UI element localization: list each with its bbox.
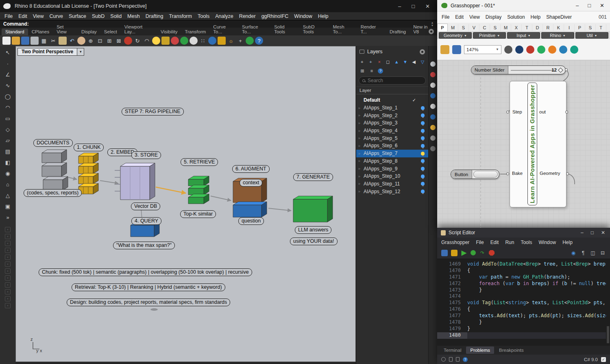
- category-button-util[interactable]: Util▼: [575, 32, 608, 39]
- tool-curve-icon[interactable]: ∿: [3, 81, 12, 89]
- layer-visibility-bulb-icon[interactable]: [421, 167, 425, 170]
- panel-toggle-icon[interactable]: ▫: [5, 303, 11, 308]
- menu-item-analyze[interactable]: Analyze: [212, 13, 236, 19]
- delete-layer-icon[interactable]: ×: [377, 59, 382, 65]
- category-button-primitive[interactable]: Primitive▼: [473, 32, 506, 39]
- layers-help-icon[interactable]: ?: [378, 68, 383, 74]
- open-definition-icon[interactable]: [440, 45, 449, 54]
- layer-row-aiapps-step-7[interactable]: ▹AIApps_Step_7: [356, 150, 428, 157]
- open-file-icon[interactable]: [456, 357, 460, 362]
- code-line-1472[interactable]: 1472 foreach (var b in breps) if (b != n…: [437, 281, 610, 287]
- toolbar-icon-undo-icon[interactable]: ↶: [68, 37, 76, 45]
- minimize-icon[interactable]: –: [581, 230, 584, 235]
- layer-visibility-bulb-icon[interactable]: [421, 152, 425, 155]
- expand-caret-icon[interactable]: ▹: [359, 152, 363, 155]
- gh-menu-item-help[interactable]: Help: [528, 14, 544, 20]
- panel-tab-context-help-icon[interactable]: [430, 83, 436, 88]
- port-step[interactable]: Step: [512, 109, 522, 114]
- toolbar-icon-gumball-icon[interactable]: +: [236, 37, 244, 45]
- tool-circle-icon[interactable]: ◯: [3, 92, 12, 100]
- layer-visibility-bulb-icon[interactable]: [421, 121, 425, 125]
- palette-tab-s-2[interactable]: S: [458, 24, 469, 31]
- vertical-text-component[interactable]: Learn AI-Powered Apps in Grasshopper: [527, 83, 537, 205]
- toolbar-icon-rotate-view-icon[interactable]: ↻: [133, 37, 142, 45]
- code-line-1470[interactable]: 1470{: [437, 268, 610, 274]
- word-wrap-icon[interactable]: ¶: [580, 250, 586, 256]
- toolbar-icon-sphere-blue-icon[interactable]: [208, 37, 216, 45]
- se-menu-item-window[interactable]: Window: [535, 240, 559, 245]
- palette-tab-p-0[interactable]: P: [437, 24, 448, 31]
- se-menu-item-file[interactable]: File: [473, 240, 487, 245]
- tool-plane-icon[interactable]: ▱: [3, 136, 12, 144]
- maximize-icon[interactable]: □: [588, 2, 591, 9]
- code-line-1480[interactable]: 1480: [437, 332, 610, 339]
- viewport-title-tab[interactable]: Two Point Perspective: [17, 48, 77, 56]
- grasshopper-canvas[interactable]: Number Slider 12 Learn AI-Powered Apps i…: [437, 60, 610, 228]
- toolbar-icon-cut-icon[interactable]: ✂: [49, 37, 57, 45]
- collapse-icon[interactable]: ◀: [411, 59, 417, 65]
- expand-caret-icon[interactable]: ▹: [359, 159, 363, 163]
- move-up-icon[interactable]: ▲: [394, 59, 399, 65]
- split-rows-icon[interactable]: ⊟: [599, 250, 606, 256]
- step-icon[interactable]: ↷: [479, 250, 486, 256]
- layer-visibility-bulb-icon[interactable]: [421, 174, 425, 178]
- layer-row-aiapps-step-1[interactable]: ▹AIApps_Step_1: [356, 104, 428, 112]
- tool-box-icon[interactable]: ◇: [3, 125, 12, 133]
- input-nub[interactable]: [506, 111, 509, 113]
- layer-row-default[interactable]: Default✓: [356, 96, 428, 104]
- tool-mesh-icon[interactable]: △: [3, 191, 12, 199]
- close-icon[interactable]: ✕: [425, 3, 430, 9]
- expand-caret-icon[interactable]: ▹: [359, 190, 363, 193]
- tool-extrude-icon[interactable]: ◧: [3, 158, 12, 166]
- menu-item-ggrhinoifc[interactable]: ggRhinoIFC: [259, 13, 292, 19]
- panel-toggle-icon[interactable]: ▫: [5, 241, 11, 246]
- toolbar-tab-subd-tools[interactable]: SubD Tools: [299, 24, 329, 35]
- palette-tab-t-15[interactable]: T: [596, 24, 606, 31]
- menu-item-help[interactable]: Help: [315, 13, 331, 19]
- search-input[interactable]: [368, 78, 422, 83]
- layer-visibility-bulb-icon[interactable]: [421, 136, 425, 140]
- menu-item-edit[interactable]: Edit: [15, 13, 30, 19]
- expand-caret-icon[interactable]: ▹: [359, 167, 363, 170]
- panel-tab-materials-icon[interactable]: [430, 135, 436, 141]
- se-menu-item-tools[interactable]: Tools: [517, 240, 535, 245]
- toolbar-icon-arc-blend-icon[interactable]: ◠: [143, 37, 151, 45]
- menu-item-render[interactable]: Render: [236, 13, 259, 19]
- toolbar-icon-save-file-icon[interactable]: [21, 37, 29, 45]
- category-button-input[interactable]: Input▼: [507, 32, 540, 39]
- layer-row-aiapps-step-8[interactable]: ▹AIApps_Step_8: [356, 157, 428, 165]
- slider-output-nub[interactable]: [565, 68, 568, 71]
- expand-caret-icon[interactable]: ▹: [359, 121, 363, 125]
- panel-toggle-icon[interactable]: ▫: [5, 234, 11, 239]
- minimize-icon[interactable]: –: [576, 2, 579, 9]
- output-nub[interactable]: [566, 172, 569, 175]
- palette-tab-c-4[interactable]: C: [479, 24, 490, 31]
- layer-visibility-bulb-icon[interactable]: [421, 182, 425, 185]
- toolbar-tab-drafting[interactable]: Drafting: [386, 28, 410, 35]
- panel-toggle-icon[interactable]: ▫: [5, 248, 11, 253]
- palette-tab-p-13[interactable]: P: [575, 24, 585, 31]
- compass-icon[interactable]: [504, 46, 512, 54]
- se-menu-item-run[interactable]: Run: [502, 240, 517, 245]
- toolbar-tab-surface-to[interactable]: Surface To...: [238, 24, 270, 35]
- editor-scrollbar[interactable]: [606, 259, 610, 346]
- input-nub[interactable]: [506, 172, 509, 175]
- gh-menu-item-display[interactable]: Display: [483, 14, 504, 20]
- tool-surface-icon[interactable]: ▤: [3, 147, 12, 155]
- palette-tab-s-5[interactable]: S: [490, 24, 501, 31]
- tool-rectangle-icon[interactable]: ▭: [3, 114, 12, 122]
- se-menu-item-help[interactable]: Help: [559, 240, 576, 245]
- layer-row-aiapps-step-12[interactable]: ▹AIApps_Step_12: [356, 187, 428, 195]
- port-out[interactable]: out: [539, 109, 546, 114]
- new-sublayer-icon[interactable]: +: [368, 59, 373, 65]
- menu-item-surface[interactable]: Surface: [66, 13, 89, 19]
- menu-item-curve[interactable]: Curve: [47, 13, 66, 19]
- tool-polyline-icon[interactable]: ∠: [3, 70, 12, 78]
- code-line-1473[interactable]: 1473 }: [437, 287, 610, 294]
- toolbar-icon-print-icon[interactable]: [30, 37, 39, 45]
- gh-menu-item-solution[interactable]: Solution: [504, 14, 527, 20]
- grid-view-icon[interactable]: ⊞: [359, 68, 366, 74]
- publish-icon[interactable]: [471, 250, 476, 255]
- toolbar-icon-named-view-icon[interactable]: [124, 37, 132, 45]
- tool-point-icon[interactable]: ∙: [3, 59, 12, 68]
